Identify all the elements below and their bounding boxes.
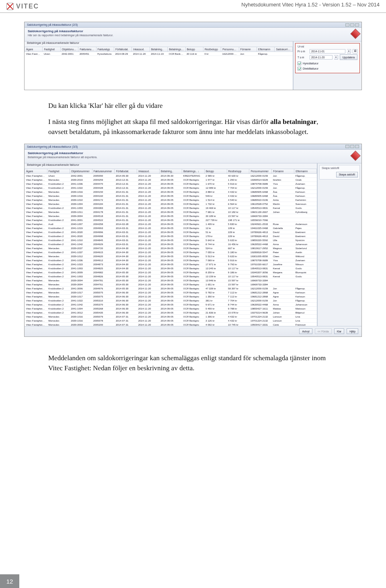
cell: 16 456 kr [227,242,249,246]
cell: 2014-09-30 [160,173,182,177]
table-row[interactable]: Vitec Fastigheter ABMercedes2039-3004200… [25,282,317,286]
chevron-down-icon[interactable]: ▾ [347,49,351,54]
cell: 2005435 [92,310,115,314]
table-row[interactable]: Vitec Fastigheter ABKnubbsälen 22041-103… [25,182,317,186]
update-button[interactable]: Uppdatera [340,54,357,60]
column-header[interactable]: Betalnings.. ↓ [182,169,204,174]
column-header[interactable]: Ägare [25,169,47,174]
table-row[interactable]: Vitec Fastigheter ABKnubbsälen 22041-100… [25,266,317,270]
table-row[interactable]: Vitec Fastigheter ABMercedes2039-3004200… [25,278,317,282]
column-header[interactable]: Inkassod. [137,169,160,174]
column-header[interactable]: Saldokorrigering [275,47,293,52]
table-row[interactable]: Vitec Fastigheter ABKnubbsälen 22041-104… [25,242,317,246]
table-row[interactable]: Vitec Fastigheter ABKnubbsälen 22041-103… [25,250,317,254]
table-row[interactable]: Vitec Fastigheter ABKnubbsälen 22041-301… [25,310,317,314]
column-header[interactable]: Förnamn [239,47,257,52]
table-row[interactable]: Vitec Fastigheter ABMercedes2039-1017200… [25,290,317,294]
column-header[interactable]: Personnummer [249,169,272,174]
table-row[interactable]: Vitec Fastigheter ABKnubbsälen 22041-101… [25,226,317,230]
cell: OCR Bankgiro [182,246,204,250]
data-grid[interactable]: ÄgareFastighetObjektsnummerFakturanummer… [25,169,317,326]
column-header[interactable]: Belopp [185,47,203,52]
cell: 2005090 [92,173,115,177]
cell: 2014-04-30 [115,258,137,262]
column-header[interactable]: Restbelopp [203,47,221,52]
column-header[interactable]: Inkassod. [132,47,150,52]
table-row[interactable]: Vitec Fastigheter ABKnubbsälen 22041-103… [25,258,317,262]
column-header[interactable]: Fastighet [43,47,60,52]
cell: 19370214-9639 [249,310,272,314]
table-row[interactable]: Vitec Fastigheter ABMercedes2039-1016200… [25,194,317,198]
to-date-input[interactable]: 2014-11-20 [310,55,333,60]
column-header[interactable]: Fakturanummer [78,47,96,52]
column-header[interactable]: Personnummer [221,47,239,52]
column-header[interactable]: Fastighet [47,169,70,174]
table-row[interactable]: Vitec Fastigheter ABKnubbsälen 22041-102… [25,186,317,190]
cell: Vitec Fastigheter AB [25,226,47,230]
cell: Mercedes [47,198,70,202]
cell: 58 397 kr [227,286,249,290]
wizard-button[interactable]: Avbryt [299,328,312,334]
table-row[interactable]: Vitec Fastigheter ABKnubbsälen 22041-302… [25,230,317,234]
table-row[interactable]: Vitec Fastigheter ABMercedes2039-2037200… [25,246,317,250]
grid-tab[interactable]: Betalningar på inkassomarkerade fakturor [25,41,293,47]
table-row[interactable]: Vitec Fastigheter ABMercedes2039-1016200… [25,314,317,318]
table-row[interactable]: Vitec Fastigheter ABKnubbsälen 22041-102… [25,262,317,266]
table-row[interactable]: Vitec Fastigheter ABKnubbsälen 22041-300… [25,286,317,290]
table-row[interactable]: Vitec Fastigheter ABKnubbsälen 22041-101… [25,238,317,242]
table-row[interactable]: Vitec Fastigheter ABKnubbsälen 22041-300… [25,218,317,222]
column-header[interactable]: Fakturatyp [96,47,114,52]
column-header[interactable]: Förfallodat. [114,47,131,52]
table-row[interactable]: Vitec Fastigheter ABKnubbsälen 22041-100… [25,206,317,210]
column-header[interactable]: Förfallodat. [115,169,137,174]
column-header[interactable]: Objektsnummer [70,169,92,174]
wizard-button[interactable]: Hjälp [347,328,358,334]
table-row[interactable]: Vitec Fastigheter ABMercedes2039-1017200… [25,294,317,298]
table-row[interactable]: Vitec Fastigheter ABKnubbsälen 22041-300… [25,270,317,274]
table-row[interactable]: Vitec Fastigheter ABKnubbsälen 22041-100… [25,274,317,278]
table-row[interactable]: Vitec Fastigheter ABKnubbsälen 22041-100… [25,306,317,310]
table-row[interactable]: Vitec Fastigheter ABKnubbsälen 22041-104… [25,302,317,306]
column-header[interactable]: Betalning.. [160,169,182,174]
checkbox-hyra[interactable] [298,62,301,65]
table-row[interactable]: Vitec Fastigheter ABMercedes2039-1016200… [25,190,317,194]
table-row[interactable]: Vitec Fastigheter ABMercedes2039-2019200… [25,177,317,182]
table-row[interactable]: Vitec Fastigheter ABMercedes2039-1010200… [25,198,317,202]
cell: 2014-01-31 [115,194,137,198]
column-header[interactable]: Restbelopp [227,169,249,174]
data-grid[interactable]: ÄgareFastighetObjektsnummerFakturanummer… [25,47,293,56]
column-header[interactable]: Objektsnummer [60,47,78,52]
cell: 2014-11-20 [137,194,160,198]
wizard-button[interactable]: Klar [334,328,345,334]
table-row[interactable]: Vitec Fastigheter ABMercedes2039-1016200… [25,318,317,322]
column-header[interactable]: Ägare [25,47,43,52]
grid-tab[interactable]: Betalningar på inkassomarkerade fakturor [25,163,317,169]
column-header[interactable]: Förnamn [272,169,294,174]
create-saldofil-button[interactable]: Skapa saldofil [336,172,358,177]
column-header[interactable]: Betalningssätt [168,47,185,52]
cell: Vitec Fastigheter AB [25,294,47,298]
wizard-button[interactable]: << Första [315,328,332,334]
table-row[interactable]: Vitec Fastigheter ABAudi2040-10072004358… [25,222,317,226]
calendar-icon[interactable]: 🗓 [353,49,357,54]
table-row[interactable]: Vitec Fastigheter ABMercedes2039-3004200… [25,214,317,218]
table-row[interactable]: Vitec Fastigheter ABUlven2042-3001200545… [25,52,293,56]
cell: OCR Bankgiro [182,318,204,322]
checkbox-direkt[interactable] [298,67,301,70]
table-row[interactable]: Vitec Fastigheter ABUlven2042-3001200509… [25,173,317,177]
table-row[interactable]: Vitec Fastigheter ABMercedes2039-1011200… [25,210,317,214]
chevron-down-icon[interactable]: ▾ [334,55,338,60]
table-row[interactable]: Vitec Fastigheter ABKnubbsälen 22041-302… [25,234,317,238]
table-row[interactable]: Vitec Fastigheter ABMercedes2039-1012200… [25,254,317,258]
table-row[interactable]: Vitec Fastigheter ABKnubbsälen 22041-102… [25,298,317,302]
from-date-input[interactable]: 2014-11-01 [310,49,345,54]
cell: 19680905-6468 [249,194,272,198]
column-header[interactable]: Efternamn [257,47,275,52]
table-row[interactable]: Vitec Fastigheter ABMercedes2039-3003200… [25,322,317,326]
cell: 19540513-0831 [249,206,272,210]
column-header[interactable]: Fakturanummer [92,169,115,174]
column-header[interactable]: Belopp [204,169,227,174]
column-header[interactable]: Efternamn [294,169,317,174]
column-header[interactable]: Betalning.. [150,47,167,52]
table-row[interactable]: Vitec Fastigheter ABMercedes2039-1004200… [25,202,317,206]
